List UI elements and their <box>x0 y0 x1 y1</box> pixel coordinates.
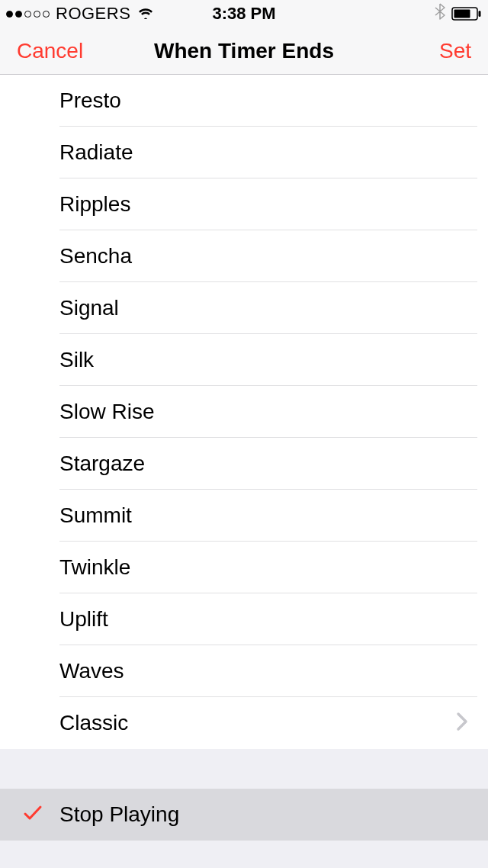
page-title: When Timer Ends <box>154 39 334 63</box>
sound-label: Ripples <box>59 192 468 217</box>
set-button[interactable]: Set <box>439 39 471 63</box>
sound-row[interactable]: Stargaze <box>0 438 488 490</box>
status-bar: ROGERS 3:38 PM <box>0 0 488 27</box>
sound-row[interactable]: Presto <box>0 75 488 127</box>
sound-row[interactable]: Summit <box>0 490 488 542</box>
sound-label: Silk <box>59 348 468 372</box>
bluetooth-icon <box>435 3 445 24</box>
nav-bar: Cancel When Timer Ends Set <box>0 27 488 75</box>
sound-row[interactable]: Radiate <box>0 127 488 178</box>
sound-row[interactable]: Waves <box>0 645 488 697</box>
sound-label: Sencha <box>59 244 468 268</box>
signal-strength-icon <box>6 11 50 18</box>
sound-label: Waves <box>59 659 468 683</box>
status-right <box>435 3 482 24</box>
cancel-button[interactable]: Cancel <box>17 39 83 63</box>
sound-label: Stargaze <box>59 452 468 476</box>
sound-row[interactable]: Silk <box>0 334 488 386</box>
sound-label: Presto <box>59 88 468 113</box>
sound-label: Classic <box>59 711 456 735</box>
svg-rect-1 <box>454 10 470 18</box>
sound-row[interactable]: Twinkle <box>0 542 488 593</box>
svg-rect-2 <box>479 11 481 17</box>
sound-label: Uplift <box>59 607 468 632</box>
sound-label: Signal <box>59 296 468 320</box>
carrier-label: ROGERS <box>56 4 130 24</box>
sound-label: Radiate <box>59 140 468 165</box>
stop-playing-label: Stop Playing <box>59 802 468 827</box>
wifi-icon <box>138 4 153 24</box>
status-left: ROGERS <box>6 4 153 24</box>
chevron-right-icon <box>456 712 468 735</box>
checkmark-icon <box>23 803 43 827</box>
battery-icon <box>451 7 482 21</box>
stop-playing-row[interactable]: Stop Playing <box>0 789 488 841</box>
sound-list: PrestoRadiateRipplesSenchaSignalSilkSlow… <box>0 75 488 841</box>
section-gap <box>0 749 488 789</box>
sound-label: Slow Rise <box>59 400 468 424</box>
sound-label: Twinkle <box>59 555 468 580</box>
sound-row[interactable]: Slow Rise <box>0 386 488 438</box>
status-time: 3:38 PM <box>212 4 275 24</box>
sound-row[interactable]: Uplift <box>0 593 488 645</box>
sound-row[interactable]: Classic <box>0 697 488 749</box>
sound-row[interactable]: Ripples <box>0 178 488 230</box>
sound-row[interactable]: Sencha <box>0 230 488 282</box>
sound-row[interactable]: Signal <box>0 282 488 334</box>
sound-label: Summit <box>59 503 468 528</box>
